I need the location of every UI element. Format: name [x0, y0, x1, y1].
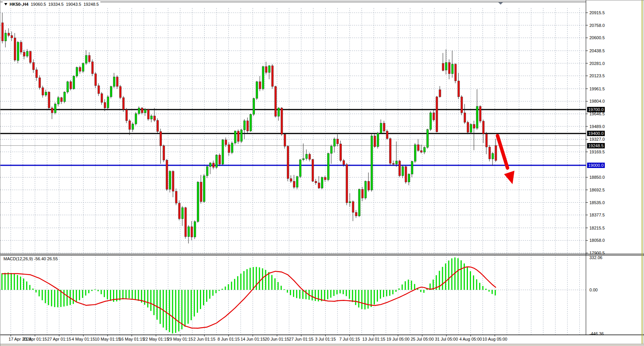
window-bottom-strip [0, 344, 644, 346]
chart-menu-triangle-icon[interactable] [4, 3, 7, 5]
candle-body [63, 92, 65, 101]
candle-body [265, 67, 267, 73]
candle-body [473, 124, 475, 128]
candle-body [408, 174, 410, 182]
candle-body [399, 161, 401, 176]
candle-body [461, 97, 463, 113]
candle-body [405, 166, 407, 182]
candle-body [160, 131, 162, 146]
candle-body [147, 110, 149, 119]
candle-body [8, 33, 10, 35]
candle-body [284, 134, 286, 146]
time-axis-label: 22 May 01:15 [143, 337, 169, 341]
candle-body [132, 124, 134, 130]
chart-title-bar: HK50-,H4 19060.5 19334.5 19043.5 19248.5 [3, 2, 100, 7]
candle-body [262, 67, 264, 89]
down-arrow-head[interactable] [504, 171, 514, 184]
candle-body [14, 38, 16, 60]
candle-body [185, 208, 186, 237]
candle-body [27, 52, 28, 56]
price-axis-label: 20123.5 [589, 73, 605, 78]
price-badge-19700.0: 19700.0 [587, 107, 605, 112]
candle-body [88, 55, 90, 62]
candle-body [188, 227, 190, 237]
candle-body [268, 66, 270, 73]
candle-body [427, 130, 429, 148]
candle-body [129, 121, 131, 130]
candle-body [352, 201, 354, 212]
candle-body [321, 177, 323, 188]
candle-body [237, 131, 239, 141]
candle-body [194, 221, 196, 237]
candle-body [85, 55, 87, 63]
price-axis-label: 19804.0 [589, 99, 605, 103]
candle-body [191, 227, 193, 237]
candle-body [175, 191, 177, 203]
candle-body [306, 154, 308, 158]
macd-scale-label: 332.06 [589, 255, 602, 260]
candle-body [300, 160, 301, 177]
price-badge-19248.5: 19248.5 [587, 143, 605, 148]
candle-body [290, 178, 292, 181]
candle-body [318, 183, 320, 188]
candle-body [349, 201, 351, 203]
candle-body [228, 145, 230, 153]
candle-body [445, 63, 447, 70]
candle-body [54, 104, 56, 113]
time-axis-label: 4 May 01:15 [72, 337, 95, 341]
candle-body [23, 52, 25, 56]
price-axis-label: 19961.5 [589, 86, 605, 91]
candle-body [197, 182, 199, 222]
candle-body [116, 77, 118, 86]
candle-body [309, 154, 311, 159]
bar-high-value: 19334.5 [48, 2, 64, 7]
price-axis-label: 20600.5 [589, 35, 605, 40]
macd-scale-label: 0.00 [589, 288, 597, 292]
candle-body [340, 144, 342, 161]
candle-body [92, 62, 93, 74]
candle-body [464, 113, 466, 122]
time-axis-label: 10 May 01:15 [95, 337, 120, 341]
scroll-shift-marker-icon[interactable] [498, 2, 503, 5]
candle-body [172, 171, 174, 191]
candle-body [101, 94, 103, 103]
bar-low-value: 19043.5 [66, 2, 81, 7]
candle-body [200, 182, 202, 202]
candle-body [324, 177, 326, 180]
candle-body [489, 147, 491, 159]
candle-body [436, 97, 438, 132]
candle-body [293, 181, 295, 188]
candle-body [479, 106, 481, 121]
candle-body [181, 208, 183, 219]
bar-open-value: 19060.5 [31, 2, 46, 7]
candle-body [495, 146, 497, 161]
candle-body [312, 160, 314, 181]
candle-body [157, 120, 159, 131]
price-axis-label: 19169.5 [589, 150, 605, 154]
time-axis-label: 19 Jul 05:00 [386, 337, 409, 341]
price-axis-label: 20438.5 [589, 48, 605, 53]
candle-body [343, 161, 345, 165]
candle-body [417, 145, 419, 151]
candle-body [120, 86, 121, 98]
candle-body [492, 153, 494, 159]
candle-body [144, 110, 146, 113]
candle-body [20, 42, 22, 52]
candle-body [346, 165, 348, 203]
candle-body [402, 166, 404, 176]
candle-body [327, 153, 329, 180]
candle-body [166, 160, 168, 190]
price-axis-label: 18377.5 [589, 213, 605, 217]
candle-body [451, 64, 453, 74]
price-chart-canvas[interactable] [0, 0, 644, 346]
candle-body [315, 181, 317, 183]
candle-body [11, 35, 13, 38]
bar-close-value: 19248.5 [83, 2, 99, 7]
candle-body [17, 42, 19, 61]
candle-body [126, 110, 128, 121]
candle-body [448, 63, 450, 74]
candle-body [30, 52, 32, 63]
candle-body [271, 66, 273, 86]
candle-body [374, 136, 376, 146]
time-axis-label: 29 May 01:15 [167, 337, 193, 341]
